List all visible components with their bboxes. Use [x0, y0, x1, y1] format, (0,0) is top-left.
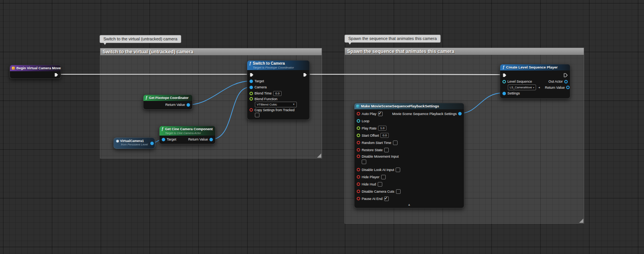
exec-out-pin[interactable]: [303, 73, 307, 77]
node-begin-virtual-camera-move[interactable]: Begin Virtual Camera Move: [10, 65, 61, 79]
pause-at-end-pin[interactable]: [357, 197, 360, 200]
pin-label: Movie Scene Sequence Playback Settings: [392, 112, 457, 116]
node-title: Create Level Sequence Player: [506, 65, 558, 70]
return-value-pin[interactable]: [566, 86, 570, 89]
pin-label: Hide Hud: [362, 182, 376, 186]
return-value-pin[interactable]: [187, 103, 190, 107]
pin-label: Return Value: [545, 86, 565, 89]
node-get-cine-camera-component[interactable]: ƒ Get Cine Camera Component Target is Ci…: [159, 126, 216, 144]
out-actor-pin[interactable]: [564, 80, 568, 83]
target-pin[interactable]: [250, 80, 253, 83]
exec-in-pin[interactable]: [250, 73, 254, 77]
node-make-playback-settings[interactable]: Make MovieSceneSequencePlaybackSettings …: [354, 103, 464, 208]
blend-time-input[interactable]: 0.0: [273, 91, 282, 96]
function-icon: ƒ: [161, 127, 164, 131]
node-title: Get Pixotope Coordinator: [149, 96, 188, 100]
pin-label: Disable Movement Input: [362, 155, 399, 158]
node-create-level-sequence-player[interactable]: ƒ Create Level Sequence Player Level Seq…: [500, 64, 570, 99]
pin-label: Copy Settings from Tracked: [254, 108, 295, 112]
node-title: Get Cine Camera Component: [165, 127, 213, 131]
pin-label: Pause At End: [362, 197, 383, 201]
event-icon: [12, 67, 15, 70]
random-start-time-pin[interactable]: [357, 141, 360, 144]
pin-label: Restore State: [362, 148, 383, 152]
function-icon: ƒ: [145, 96, 148, 100]
hide-player-checkbox[interactable]: [381, 175, 386, 179]
disable-movement-input-pin[interactable]: [357, 155, 360, 158]
hide-player-pin[interactable]: [357, 175, 360, 179]
node-get-pixotope-coordinator[interactable]: ƒ Get Pixotope Coordinator Return Value: [143, 94, 193, 110]
node-switch-to-camera[interactable]: ƒ Switch to Camera Target is Pixotope Co…: [247, 60, 310, 120]
level-sequence-dropdown[interactable]: LS_CameraMove ▾: [508, 85, 536, 90]
disable-movement-input-checkbox[interactable]: [362, 160, 366, 164]
play-rate-pin[interactable]: [357, 126, 360, 130]
exec-out-pin[interactable]: [54, 73, 58, 77]
return-value-pin[interactable]: [209, 138, 213, 141]
settings-pin[interactable]: [502, 92, 506, 95]
start-offset-pin[interactable]: [357, 134, 360, 137]
copy-settings-checkbox[interactable]: [255, 113, 259, 117]
comment-title[interactable]: Switch to the virtual (untracked) camera: [100, 48, 322, 55]
exec-in-pin[interactable]: [502, 73, 507, 77]
blueprint-canvas[interactable]: Switch to the virtual (untracked) camera…: [0, 0, 644, 254]
pin-label: Disable Camera Cuts: [362, 190, 394, 193]
disable-camera-cuts-pin[interactable]: [357, 190, 360, 193]
auto-play-checkbox[interactable]: [378, 112, 383, 116]
node-title: Begin Virtual Camera Move: [16, 66, 61, 70]
pin-label: Hide Player: [362, 175, 380, 179]
blend-time-pin[interactable]: [250, 92, 253, 95]
loop-pin[interactable]: [357, 119, 360, 123]
make-struct-icon: [356, 105, 359, 108]
node-virtual-camera1-reference[interactable]: ◉ VirtualCamera1 from Persistent Level: [113, 137, 155, 149]
restore-state-checkbox[interactable]: [384, 148, 389, 152]
node-title: VirtualCamera1: [120, 139, 144, 143]
disable-camera-cuts-checkbox[interactable]: [396, 189, 401, 194]
blend-function-pin[interactable]: [250, 97, 253, 101]
pin-label: Random Start Time: [362, 141, 391, 145]
pin-label: Play Rate: [362, 126, 377, 130]
exec-out-pin[interactable]: [564, 73, 568, 77]
hide-hud-pin[interactable]: [357, 182, 360, 186]
pin-label: Settings: [507, 91, 520, 95]
chevron-down-icon: ▼: [293, 103, 295, 105]
random-start-time-checkbox[interactable]: [393, 141, 398, 145]
dropdown-value: LS_CameraMove: [510, 86, 532, 89]
dropdown-value: VTBlend Cubic: [257, 103, 277, 106]
camera-actor-icon: ◉: [116, 139, 119, 143]
pin-label: Disable Look At Input: [362, 168, 394, 172]
node-subtitle: from Persistent Level: [121, 143, 150, 146]
hide-hud-checkbox[interactable]: [378, 182, 382, 187]
blend-function-dropdown[interactable]: VTBlend Cubic ▼: [255, 102, 297, 107]
pin-label: Return Value: [165, 103, 185, 107]
disable-look-at-input-pin[interactable]: [357, 168, 360, 171]
target-pin[interactable]: [162, 138, 165, 141]
actor-out-pin[interactable]: [150, 142, 154, 145]
pin-label: Return Value: [188, 137, 208, 141]
settings-out-pin[interactable]: [458, 112, 462, 115]
chevron-down-icon: ▾: [533, 86, 534, 89]
start-offset-input[interactable]: 0.0: [380, 133, 389, 138]
pin-label: Target: [167, 137, 176, 141]
pin-label: Camera: [254, 85, 267, 89]
pin-label: Auto Play: [362, 112, 377, 116]
function-icon: ƒ: [502, 65, 505, 70]
disable-look-at-input-checkbox[interactable]: [396, 168, 400, 172]
node-title: Switch to Camera: [253, 61, 294, 66]
use-selected-asset-icon[interactable]: ◄: [538, 86, 540, 89]
collapse-arrow-icon[interactable]: ▲: [354, 202, 464, 207]
restore-state-pin[interactable]: [357, 148, 360, 152]
comment-bubble-switch-camera: Switch to the virtual (untracked) camera: [100, 35, 181, 43]
play-rate-input[interactable]: 1.0: [378, 126, 386, 131]
level-sequence-pin[interactable]: [502, 80, 506, 83]
pause-at-end-checkbox[interactable]: [384, 196, 389, 201]
auto-play-pin[interactable]: [357, 112, 360, 115]
pin-label: Start Offset: [362, 134, 379, 137]
function-icon: ƒ: [249, 61, 251, 66]
node-subtitle: Target is Pixotope Coordinator: [253, 66, 294, 69]
node-title: Make MovieSceneSequencePlaybackSettings: [361, 104, 439, 109]
pin-label: Out Actor: [548, 80, 563, 83]
copy-settings-pin[interactable]: [250, 108, 253, 112]
camera-pin[interactable]: [250, 86, 253, 89]
pin-label: Target: [254, 79, 264, 83]
comment-title[interactable]: Spawn the sequence that animates this ca…: [345, 48, 584, 55]
